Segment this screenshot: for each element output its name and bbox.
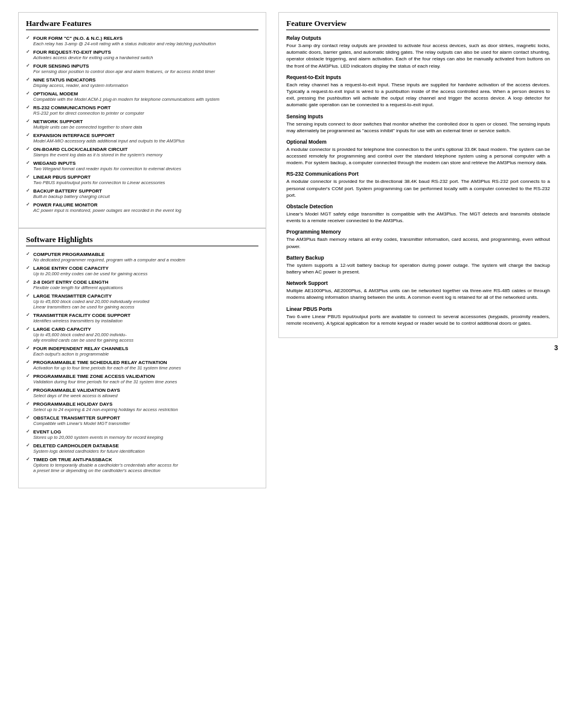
feature-label: LARGE ENTRY CODE CAPACITY (33, 266, 109, 271)
check-icon: ✓ (26, 132, 30, 138)
overview-item: RS-232 Communications PortA modular conn… (286, 171, 550, 199)
overview-item-body: Each relay channel has a request-to-exit… (286, 81, 550, 109)
overview-item-title: Programming Memory (286, 229, 550, 235)
software-list-item: ✓FOUR INDEPENDENT RELAY CHANNELSEach out… (26, 345, 258, 357)
check-icon: ✓ (26, 35, 30, 40)
feature-overview-box: Feature Overview Relay OutputsFour 3-amp… (278, 12, 558, 338)
check-icon: ✓ (26, 118, 30, 124)
feature-label: EXPANSION INTERFACE SUPPORT (33, 133, 115, 138)
overview-item-title: Network Support (286, 280, 550, 286)
feature-desc: Identifies wireless transmitters by inst… (33, 318, 258, 324)
check-icon: ✓ (26, 312, 30, 318)
overview-item-body: Four 3-amp dry contact relay outputs are… (286, 42, 550, 69)
feature-desc: Up to 45,600 block coded and 20,000 indi… (33, 332, 258, 343)
overview-item-title: Linear PBUS Ports (286, 306, 550, 312)
feature-label: NINE STATUS INDICATORS (33, 77, 95, 83)
feature-desc: Flexible code length for different appli… (33, 285, 258, 290)
feature-label: FOUR FORM "C" (N.O. & N.C.) RELAYS (33, 36, 123, 41)
check-icon: ✓ (26, 188, 30, 193)
check-icon: ✓ (26, 429, 30, 434)
feature-label: EVENT LOG (33, 429, 61, 435)
check-icon: ✓ (26, 373, 30, 378)
feature-desc: System logs deleted cardholders for futu… (33, 449, 258, 454)
feature-desc: Each output's action is programmable (33, 351, 258, 357)
feature-desc: Multiple units can be connected together… (33, 124, 258, 130)
overview-item: Programming MemoryThe AM3Plus flash memo… (286, 229, 550, 249)
feature-desc: For sensing door position to control doo… (33, 69, 258, 74)
feature-desc: AC power input is monitored, power outag… (33, 208, 258, 213)
feature-desc: Up to 45,600 block coded and 20,000 indi… (33, 299, 258, 310)
overview-item-body: Linear's Model MGT safety edge transmitt… (286, 211, 550, 224)
feature-desc: Select up to 24 expiring & 24 non-expiri… (33, 407, 258, 412)
check-icon: ✓ (26, 442, 30, 448)
check-icon: ✓ (26, 415, 30, 420)
feature-desc: Compatible with Linear's Model MGT trans… (33, 421, 258, 426)
hardware-list-item: ✓BACKUP BATTERY SUPPORTBuilt-in backup b… (26, 188, 258, 199)
software-list-item: ✓PROGRAMMABLE TIME SCHEDULED RELAY ACTIV… (26, 359, 258, 371)
feature-desc: Each relay has 3-amp @ 24-volt rating wi… (33, 41, 258, 46)
feature-label: BACKUP BATTERY SUPPORT (33, 188, 102, 194)
software-list-item: ✓PROGRAMMABLE HOLIDAY DAYSSelect up to 2… (26, 401, 258, 412)
feature-label: COMPUTER PROGRAMMABLE (33, 252, 104, 257)
hardware-list-item: ✓FOUR REQUEST-TO-EXIT INPUTSActivates ac… (26, 49, 258, 60)
check-icon: ✓ (26, 146, 30, 152)
hardware-list-item: ✓WIEGAND INPUTSTwo Wiegand format card r… (26, 160, 258, 171)
overview-item-title: Relay Outputs (286, 35, 550, 41)
feature-label: LARGE TRANSMITTER CAPACITY (33, 293, 112, 299)
feature-desc: Built-in backup battery charging circuit (33, 194, 258, 199)
feature-label: TRANSMITTER FACILITY CODE SUPPORT (33, 313, 130, 318)
feature-desc: Two Wiegand format card reader inputs fo… (33, 166, 258, 171)
feature-desc: Activates access device for exiting usin… (33, 55, 258, 60)
software-list-item: ✓2-8 DIGIT ENTRY CODE LENGTHFlexible cod… (26, 279, 258, 290)
software-title: Software Highlights (26, 235, 258, 246)
overview-item: Network SupportMultiple AE1000Plus, AE20… (286, 280, 550, 301)
feature-label: FOUR SENSING INPUTS (33, 63, 89, 69)
software-list-item: ✓PROGRAMMABLE TIME ZONE ACCESS VALIDATIO… (26, 373, 258, 385)
feature-label: LINEAR PBUS SUPPORT (33, 174, 91, 180)
check-icon: ✓ (26, 326, 30, 331)
software-list-item: ✓LARGE CARD CAPACITYUp to 45,600 block c… (26, 326, 258, 343)
hardware-list-item: ✓FOUR SENSING INPUTSFor sensing door pos… (26, 63, 258, 74)
feature-label: LARGE CARD CAPACITY (33, 327, 91, 332)
feature-label: PROGRAMMABLE TIME SCHEDULED RELAY ACTIVA… (33, 360, 167, 365)
overview-item: Battery BackupThe system supports a 12-v… (286, 255, 550, 275)
software-section: Software Highlights ✓COMPUTER PROGRAMMAB… (18, 228, 266, 488)
feature-desc: Validation during four time periods for … (33, 379, 258, 385)
overview-item-body: The system supports a 12-volt battery ba… (286, 262, 550, 275)
hardware-list-item: ✓EXPANSION INTERFACE SUPPORTModel AM-MIO… (26, 132, 258, 144)
overview-sections: Relay OutputsFour 3-amp dry contact rela… (286, 35, 550, 327)
check-icon: ✓ (26, 160, 30, 165)
check-icon: ✓ (26, 91, 30, 96)
software-list-item: ✓DELETED CARDHOLDER DATABASESystem logs … (26, 442, 258, 454)
feature-overview-title: Feature Overview (286, 19, 550, 30)
feature-desc: Two PBUS input/output ports for connecti… (33, 180, 258, 185)
feature-desc: RS-232 port for direct connection to pri… (33, 110, 258, 116)
hardware-list-item: ✓POWER FAILURE MONITORAC power input is … (26, 202, 258, 213)
overview-item: Request-to-Exit InputsEach relay channel… (286, 74, 550, 109)
feature-label: PROGRAMMABLE HOLIDAY DAYS (33, 401, 112, 407)
overview-item-title: Obstacle Detection (286, 203, 550, 209)
hardware-title: Hardware Features (26, 19, 258, 30)
software-list-item: ✓TRANSMITTER FACILITY CODE SUPPORTIdenti… (26, 312, 258, 324)
check-icon: ✓ (26, 279, 30, 284)
hardware-list-item: ✓ON-BOARD CLOCK/CALENDAR CIRCUITStamps t… (26, 146, 258, 158)
right-column: Feature Overview Relay OutputsFour 3-amp… (278, 12, 558, 488)
feature-label: RS-232 COMMUNICATIONS PORT (33, 105, 110, 110)
check-icon: ✓ (26, 359, 30, 365)
feature-desc: No dedicated programmer required, progra… (33, 257, 258, 263)
feature-label: TIMED OR TRUE ANTI-PASSBACK (33, 457, 112, 462)
check-icon: ✓ (26, 104, 30, 110)
software-list-item: ✓TIMED OR TRUE ANTI-PASSBACKOptions to t… (26, 456, 258, 473)
software-list-item: ✓COMPUTER PROGRAMMABLENo dedicated progr… (26, 251, 258, 263)
overview-item-body: The AM3Plus flash memory retains all ent… (286, 236, 550, 249)
hardware-list-item: ✓RS-232 COMMUNICATIONS PORTRS-232 port f… (26, 104, 258, 116)
check-icon: ✓ (26, 251, 30, 257)
hardware-list-item: ✓FOUR FORM "C" (N.O. & N.C.) RELAYSEach … (26, 35, 258, 46)
left-column: Hardware Features ✓FOUR FORM "C" (N.O. &… (18, 12, 266, 488)
feature-label: OPTIONAL MODEM (33, 91, 78, 97)
software-list: ✓COMPUTER PROGRAMMABLENo dedicated progr… (26, 251, 258, 473)
feature-label: 2-8 DIGIT ENTRY CODE LENGTH (33, 279, 108, 285)
overview-item-title: Request-to-Exit Inputs (286, 74, 550, 80)
feature-label: WIEGAND INPUTS (33, 161, 75, 166)
feature-desc: Activation for up to four time periods f… (33, 365, 258, 371)
